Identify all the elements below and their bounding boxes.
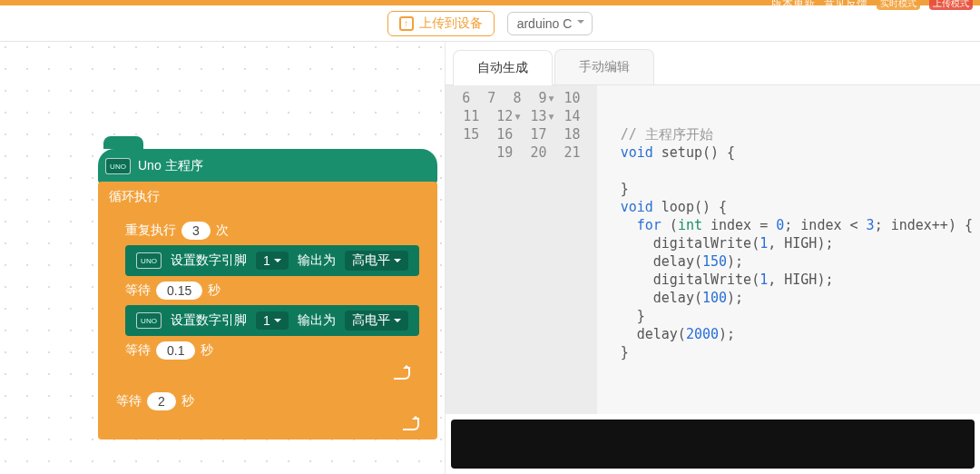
uno-chip-icon: UNO <box>136 312 162 329</box>
app-root: 版本更新 意见反馈 实时模式 上传模式 上传到设备 arduino C UNO … <box>0 0 980 474</box>
upload-button[interactable]: 上传到设备 <box>387 11 495 36</box>
code-content[interactable]: // 主程序开始 void setup() { } void loop() { … <box>597 85 980 414</box>
language-value: arduino C <box>517 16 573 31</box>
loop-forever-block[interactable]: 循环执行 重复执行 3 次 UNO 设置数字引脚 1 <box>98 182 437 439</box>
hat-block-uno[interactable]: UNO Uno 主程序 <box>98 149 437 183</box>
wait2-suffix: 秒 <box>201 342 213 359</box>
link-feedback[interactable]: 意见反馈 <box>824 0 867 12</box>
wait3-value-input[interactable]: 2 <box>147 392 176 410</box>
pinset2-level-dropdown[interactable]: 高电平 <box>345 311 408 331</box>
badge-upload-mode[interactable]: 上传模式 <box>929 0 973 10</box>
block-stack[interactable]: UNO Uno 主程序 循环执行 重复执行 3 次 UNO <box>98 149 437 439</box>
console-output[interactable] <box>451 420 975 469</box>
pinset2-out-label: 输出为 <box>298 312 336 329</box>
pinset2-pin-dropdown[interactable]: 1 <box>256 311 289 330</box>
uno-chip-icon: UNO <box>105 158 131 174</box>
pinset2-label: 设置数字引脚 <box>171 312 247 329</box>
tab-auto[interactable]: 自动生成 <box>453 50 553 85</box>
pinset1-pin-dropdown[interactable]: 1 <box>256 252 289 270</box>
wait1-value-input[interactable]: 0.15 <box>156 281 202 300</box>
wait3-suffix: 秒 <box>181 393 194 410</box>
pinset1-out-label: 输出为 <box>298 252 336 269</box>
wait2-prefix: 等待 <box>125 342 151 359</box>
line-gutter: 6 7 8 9▾ 10 11 12▾ 13▾ 14 15 16 17 18 19… <box>446 85 597 414</box>
main: UNO Uno 主程序 循环执行 重复执行 3 次 UNO <box>0 42 980 474</box>
repeat-header: 重复执行 3 次 <box>125 222 419 240</box>
blocks-pane[interactable]: UNO Uno 主程序 循环执行 重复执行 3 次 UNO <box>0 42 445 474</box>
header-links: 版本更新 意见反馈 实时模式 上传模式 <box>771 0 973 7</box>
forever-loopback-icon <box>109 416 428 432</box>
block-wait-3[interactable]: 等待 2 秒 <box>116 392 428 410</box>
tab-manual[interactable]: 手动编辑 <box>554 49 654 84</box>
repeat-suffix: 次 <box>216 222 229 239</box>
code-pane: 自动生成 手动编辑 6 7 8 9▾ 10 11 12▾ 13▾ 14 15 1… <box>445 42 980 474</box>
upload-label: 上传到设备 <box>419 15 483 32</box>
code-editor[interactable]: 6 7 8 9▾ 10 11 12▾ 13▾ 14 15 16 17 18 19… <box>446 85 980 414</box>
block-wait-1[interactable]: 等待 0.15 秒 <box>125 281 419 300</box>
pinset1-label: 设置数字引脚 <box>171 252 247 269</box>
repeat-count-input[interactable]: 3 <box>181 222 211 240</box>
block-set-pin-2[interactable]: UNO 设置数字引脚 1 输出为 高电平 <box>125 305 419 336</box>
language-select[interactable]: arduino C <box>507 12 593 35</box>
link-version[interactable]: 版本更新 <box>771 0 815 12</box>
pinset1-level-dropdown[interactable]: 高电平 <box>345 251 408 271</box>
repeat-prefix: 重复执行 <box>125 222 176 239</box>
repeat-block[interactable]: 重复执行 3 次 UNO 设置数字引脚 1 输出为 高电平 <box>116 211 428 387</box>
repeat-loopback-icon <box>125 365 419 381</box>
wait1-suffix: 秒 <box>208 282 220 299</box>
hat-label: Uno 主程序 <box>138 158 203 174</box>
uno-chip-icon: UNO <box>136 252 162 269</box>
wait1-prefix: 等待 <box>125 282 151 299</box>
upload-icon <box>399 16 414 31</box>
wait2-value-input[interactable]: 0.1 <box>156 341 195 360</box>
block-wait-2[interactable]: 等待 0.1 秒 <box>125 341 419 360</box>
code-tabs: 自动生成 手动编辑 <box>446 42 980 85</box>
loop-label: 循环执行 <box>109 189 160 205</box>
badge-realtime[interactable]: 实时模式 <box>877 0 920 10</box>
wait3-prefix: 等待 <box>116 393 142 410</box>
block-set-pin-1[interactable]: UNO 设置数字引脚 1 输出为 高电平 <box>125 245 419 276</box>
